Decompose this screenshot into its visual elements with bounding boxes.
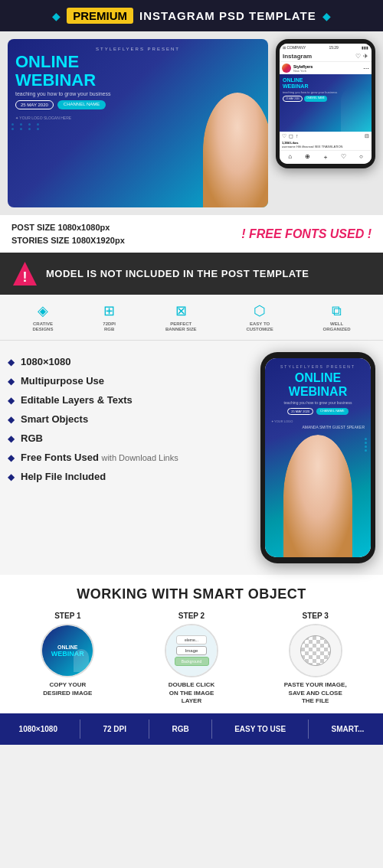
search-icon[interactable]: ⊕: [305, 153, 310, 162]
customize-icon: ⬡: [254, 302, 266, 319]
customize-label: EASY TOCUSTOMIZE: [246, 321, 273, 332]
like-icon[interactable]: ♡: [282, 133, 286, 139]
instagram-reactions: ♡ ◻ ↑ ⊟: [280, 132, 372, 141]
instagram-post-image: ONLINE WEBINAR teaching you how to grow …: [280, 74, 372, 132]
comment-icon[interactable]: ◻: [289, 133, 293, 139]
bottom-dpi: 72 DPI: [103, 725, 126, 733]
banner-label: PERFECTBANNER SIZE: [165, 321, 197, 332]
steps-row: STEP 1 ONLINEWEBINAR COPY YOURDESIRED IM…: [8, 612, 375, 705]
phone-story-screen: STYLEFLYERS PRESENT ONLINE WEBINAR teach…: [265, 358, 371, 557]
diamond-icon-6: ◆: [8, 452, 15, 463]
feature-text-download: with Download Links: [101, 453, 178, 462]
header: ◆ PREMIUM INSTAGRAM PSD TEMPLATE ◆: [0, 0, 383, 31]
bottom-size: 1080×1080: [19, 725, 57, 733]
story-buttons: 25 MAY 2020 CHANNEL NAME: [271, 408, 365, 415]
warning-text: MODEL IS NOT INCLUDED IN THE POST TEMPLA…: [46, 268, 309, 279]
heart-icon[interactable]: ♡: [355, 53, 361, 60]
step-2-circle: eleme... Image Background: [165, 624, 218, 677]
size-info: POST SIZE 1080x1080px STORIES SIZE 1080X…: [11, 221, 125, 246]
insta-person-placeholder: [341, 86, 372, 132]
story-date-btn: 25 MAY 2020: [287, 408, 313, 415]
feature-item-help: ◆ Help File Included: [8, 471, 249, 482]
diamond-right-icon: ◆: [322, 10, 331, 22]
creative-icon: ◈: [38, 302, 48, 319]
feature-item-size: ◆ 1080×1080: [8, 356, 249, 367]
step-1-bg: ONLINEWEBINAR: [42, 625, 93, 676]
instagram-logo: Instagram: [283, 53, 355, 60]
story-decorative-dots: [365, 438, 367, 452]
story-subtitle: teaching you how to grow your business: [271, 400, 365, 405]
share-icon[interactable]: ↑: [296, 133, 299, 139]
stories-size-label: STORIES SIZE 1080X1920px: [11, 234, 125, 247]
diamond-icon-2: ◆: [8, 376, 15, 387]
heart-nav-icon[interactable]: ♡: [341, 153, 346, 162]
separator-3: [211, 720, 212, 739]
post-title-online: ONLINE: [15, 52, 79, 71]
instagram-header: Instagram ♡ ✈: [280, 51, 372, 62]
story-logo: ✦ YOUR LOGO: [271, 419, 365, 423]
feature-item-multipurpose: ◆ Multipurpose Use: [8, 375, 249, 387]
phone-screen: ⊞ COMPANY 15:29 ▮▮▮ Instagram ♡ ✈ Stylef…: [280, 44, 372, 164]
features-icons-row: ◈ CRATIVEDESIGNS ⊞ 72DPIRGB ⊠ PERFECTBAN…: [0, 295, 383, 341]
preview-area: STYLEFLYERS PRESENT ONLINE WEBINAR teach…: [0, 31, 383, 215]
instagram-nav: ⌂ ⊕ ＋ ♡ ○: [280, 150, 372, 164]
post-decorative-dots: [11, 123, 43, 130]
bottom-smart-val: SMART...: [332, 725, 365, 733]
insta-channel-btn: CHANNEL NAME: [304, 96, 327, 102]
diamond-icon: ◆: [8, 357, 15, 367]
story-title: ONLINE WEBINAR: [271, 371, 365, 398]
diamond-icon-4: ◆: [8, 414, 15, 425]
feature-item-rgb: ◆ RGB: [8, 432, 249, 444]
smart-object-title: WORKING WITH SMART OBJECT: [8, 586, 375, 602]
insta-online: ONLINE: [283, 77, 303, 83]
step-1-label: STEP 1: [54, 612, 80, 620]
profile-icon[interactable]: ○: [359, 153, 363, 162]
phone-instagram-mockup: ⊞ COMPANY 15:29 ▮▮▮ Instagram ♡ ✈ Stylef…: [276, 39, 375, 168]
story-webinar: WEBINAR: [289, 385, 347, 398]
more-icon[interactable]: ⋯: [363, 65, 369, 72]
phone-story-outer: STYLEFLYERS PRESENT ONLINE WEBINAR teach…: [260, 352, 375, 563]
feature-text-rgb: RGB: [21, 432, 43, 444]
premium-badge: PREMIUM: [67, 8, 133, 24]
avatar: [282, 64, 291, 73]
feature-dpi: ⊞ 72DPIRGB: [103, 302, 116, 332]
step-2-bg: eleme... Image Background: [166, 625, 217, 676]
features-list: ◆ 1080×1080 ◆ Multipurpose Use ◆ Editabl…: [8, 352, 249, 563]
post-presenter: STYLEFLYERS PRESENT: [15, 47, 260, 51]
location: New York: [293, 69, 313, 73]
feature-creative: ◈ CRATIVEDESIGNS: [32, 302, 53, 332]
step-3-desc: PASTE YOUR IMAGE,SAVE AND CLOSETHE FILE: [284, 681, 347, 705]
image-label-box: Image: [176, 646, 207, 655]
step-3: STEP 3 PASTE YOUR IMAGE,SAVE AND CLOSETH…: [255, 612, 375, 705]
feature-item-smart: ◆ Smart Objects: [8, 413, 249, 425]
creative-label: CRATIVEDESIGNS: [32, 321, 53, 332]
bottom-rgb: RGB: [172, 725, 188, 733]
bottom-rgb-val: RGB: [172, 725, 188, 733]
svg-text:!: !: [23, 269, 28, 285]
step-3-label: STEP 3: [303, 612, 329, 620]
bottom-easy-val: EASY TO USE: [234, 725, 286, 733]
post-date-button: 25 MAY 2020: [15, 100, 54, 109]
organized-icon: ⧉: [332, 303, 342, 319]
add-icon[interactable]: ＋: [322, 153, 329, 162]
post-title-webinar: WEBINAR: [15, 70, 96, 90]
bottom-easy: EASY TO USE: [234, 725, 286, 733]
post-channel-button: CHANNEL NAME: [57, 100, 106, 109]
home-icon[interactable]: ⌂: [288, 153, 292, 162]
time-label: 15:29: [329, 45, 339, 50]
warning-triangle-icon: !: [11, 260, 38, 287]
save-icon[interactable]: ⊟: [365, 133, 369, 139]
story-guest: AMANDA SMITH GUEST SPEAKER: [271, 425, 365, 429]
paper-plane-icon[interactable]: ✈: [363, 53, 368, 60]
bottom-smart: SMART...: [332, 725, 365, 733]
transparency-checker: [300, 635, 331, 666]
diamond-left-icon: ◆: [52, 10, 61, 22]
story-background: STYLEFLYERS PRESENT ONLINE WEBINAR teach…: [265, 358, 371, 557]
smart-object-section: WORKING WITH SMART OBJECT STEP 1 ONLINEW…: [0, 575, 383, 713]
separator-1: [80, 720, 80, 739]
warning-icon-container: !: [11, 260, 38, 287]
header-title: INSTAGRAM PSD TEMPLATE: [139, 9, 316, 22]
diamond-icon-3: ◆: [8, 395, 15, 406]
feature-text-fonts: Free Fonts Used with Download Links: [21, 452, 178, 463]
feature-organized: ⧉ WELLORGANIZED: [323, 303, 351, 332]
